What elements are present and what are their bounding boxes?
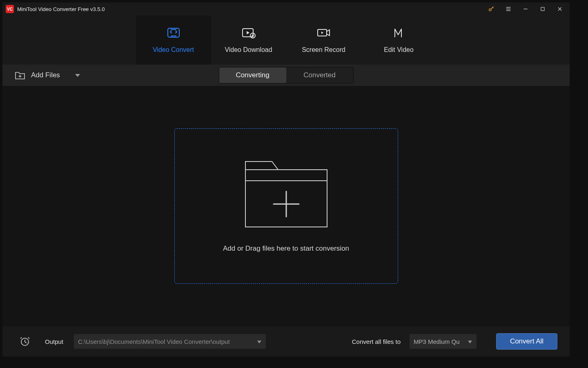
conversion-tabs: Converting Converted <box>219 67 354 83</box>
minimize-icon[interactable] <box>521 4 530 14</box>
add-files-button[interactable]: Add Files <box>15 71 80 80</box>
window-title: MiniTool Video Converter Free v3.5.0 <box>17 6 105 12</box>
app-window: VC MiniTool Video Converter Free v3.5.0 <box>2 2 570 357</box>
close-icon[interactable] <box>555 4 565 14</box>
top-nav: Video Convert Video Download Screen Reco… <box>2 16 570 65</box>
svg-marker-7 <box>321 31 323 34</box>
dropzone-text: Add or Drag files here to start conversi… <box>223 245 349 253</box>
svg-marker-4 <box>247 31 249 34</box>
add-files-label: Add Files <box>31 71 60 79</box>
output-path-select[interactable]: C:\Users\bj\Documents\MiniTool Video Con… <box>74 334 266 349</box>
nav-label: Edit Video <box>384 46 414 54</box>
nav-video-convert[interactable]: Video Convert <box>136 16 211 65</box>
nav-screen-record[interactable]: Screen Record <box>286 16 361 65</box>
menu-icon[interactable] <box>503 4 513 14</box>
svg-marker-11 <box>468 341 472 343</box>
footer: Output C:\Users\bj\Documents\MiniTool Vi… <box>2 326 570 357</box>
nav-label: Video Download <box>225 46 272 54</box>
chevron-down-icon[interactable] <box>75 71 80 79</box>
convert-all-button[interactable]: Convert All <box>496 333 557 350</box>
content-area: Add or Drag files here to start conversi… <box>2 86 570 326</box>
key-icon[interactable] <box>486 4 496 14</box>
nav-video-download[interactable]: Video Download <box>211 16 286 65</box>
maximize-icon[interactable] <box>538 4 548 14</box>
app-logo-icon: VC <box>6 5 14 13</box>
folder-plus-icon <box>243 159 329 229</box>
dropzone[interactable]: Add or Drag files here to start conversi… <box>174 128 398 284</box>
convert-icon <box>165 27 182 39</box>
svg-marker-8 <box>75 74 80 77</box>
add-folder-icon <box>15 71 25 80</box>
nav-label: Video Convert <box>153 46 194 54</box>
output-path-value: C:\Users\bj\Documents\MiniTool Video Con… <box>78 338 230 345</box>
chevron-down-icon <box>257 338 262 345</box>
tab-converted[interactable]: Converted <box>286 67 353 83</box>
output-label: Output <box>45 338 63 345</box>
nav-label: Screen Record <box>302 46 345 54</box>
clock-icon[interactable] <box>20 336 30 347</box>
download-icon <box>241 27 257 39</box>
record-icon <box>316 27 332 39</box>
toolbar: Add Files Converting Converted <box>2 65 570 86</box>
svg-rect-1 <box>541 7 544 11</box>
titlebar: VC MiniTool Video Converter Free v3.5.0 <box>2 2 570 16</box>
convert-all-label: Convert all files to <box>352 338 401 345</box>
svg-marker-10 <box>257 341 261 343</box>
format-select[interactable]: MP3 Medium Qu <box>410 334 477 349</box>
svg-point-0 <box>489 9 491 11</box>
nav-edit-video[interactable]: Edit Video <box>361 16 437 65</box>
edit-icon <box>391 27 407 39</box>
format-value: MP3 Medium Qu <box>414 338 460 345</box>
window-controls <box>486 4 567 14</box>
tab-converting[interactable]: Converting <box>219 67 286 83</box>
chevron-down-icon <box>468 338 472 345</box>
